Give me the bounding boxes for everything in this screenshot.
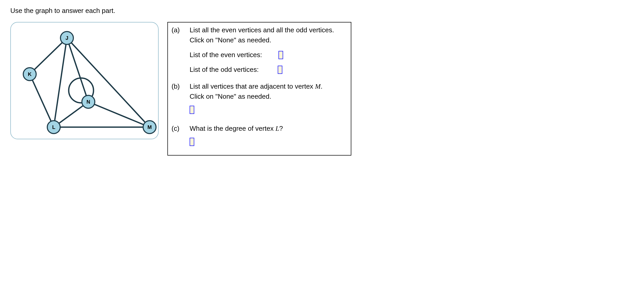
- part-a-line2: Click on "None" as needed.: [190, 35, 347, 45]
- part-c-line1-pre: What is the degree of vertex: [190, 125, 275, 132]
- graph-svg: J K L M N: [11, 22, 158, 139]
- edge-j-m: [67, 38, 150, 127]
- even-vertices-label: List of the even vertices:: [190, 50, 262, 60]
- part-c-label: (c): [172, 124, 185, 134]
- part-a-line1: List all the even vertices and all the o…: [190, 25, 347, 35]
- part-b-line2: Click on "None" as needed.: [190, 91, 347, 102]
- part-b-line1: List all vertices that are adjacent to v…: [190, 81, 347, 91]
- part-b-var-m: M: [315, 83, 321, 90]
- edge-j-n: [67, 38, 88, 102]
- edge-k-l: [30, 74, 54, 127]
- degree-input[interactable]: [190, 138, 194, 146]
- part-b-label: (b): [172, 81, 185, 91]
- odd-vertices-label: List of the odd vertices:: [190, 65, 259, 75]
- vertex-label-l: L: [52, 124, 55, 130]
- edge-j-l: [54, 38, 67, 127]
- edge-j-k: [30, 38, 67, 74]
- part-c-line1-post: ?: [279, 125, 283, 132]
- vertex-label-m: M: [148, 124, 152, 130]
- part-b-line1-pre: List all vertices that are adjacent to v…: [190, 82, 315, 90]
- questions-panel: (a) List all the even vertices and all t…: [167, 22, 351, 156]
- graph-container: J K L M N: [10, 22, 159, 139]
- part-a-label: (a): [172, 25, 185, 35]
- vertex-label-n: N: [87, 99, 90, 105]
- part-b-line1-post: .: [321, 82, 322, 90]
- part-c-var-l: L: [275, 125, 279, 132]
- vertex-label-k: K: [28, 71, 32, 77]
- even-vertices-input[interactable]: [278, 51, 283, 59]
- vertex-label-j: J: [65, 35, 68, 41]
- odd-vertices-input[interactable]: [278, 66, 282, 74]
- question-prompt: Use the graph to answer each part.: [10, 7, 634, 15]
- part-c-line1: What is the degree of vertex L?: [190, 124, 347, 134]
- edge-n-m: [88, 102, 150, 127]
- adjacent-vertices-input[interactable]: [190, 106, 194, 114]
